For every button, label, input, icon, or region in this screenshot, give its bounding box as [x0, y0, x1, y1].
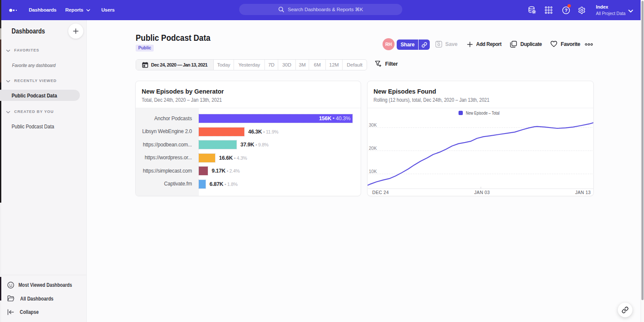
svg-text:?: ?	[565, 8, 568, 13]
